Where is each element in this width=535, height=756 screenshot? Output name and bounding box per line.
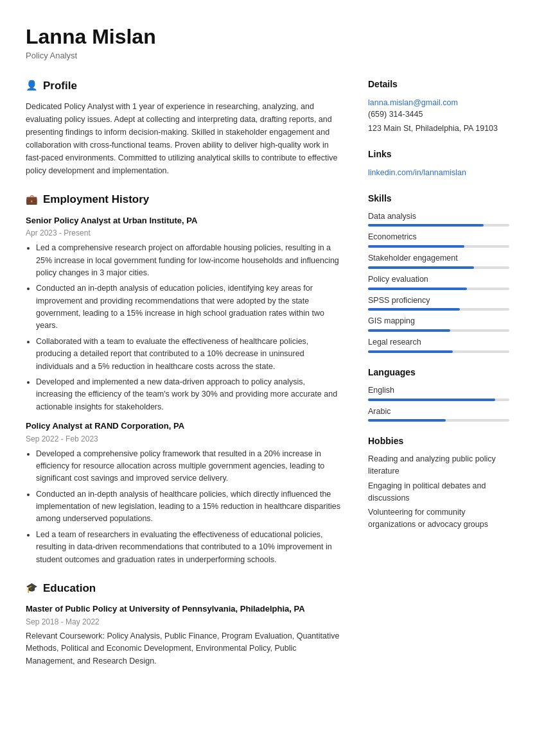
- skills-section: Skills Data analysis Econometrics Stakeh…: [368, 192, 509, 353]
- right-column: Details lanna.mislan@gmail.com (659) 314…: [368, 78, 509, 730]
- lang-english: English: [368, 384, 509, 401]
- details-title: Details: [368, 78, 509, 91]
- job-2-title: Policy Analyst at RAND Corporation, PA: [26, 420, 342, 433]
- email-link[interactable]: lanna.mislan@gmail.com: [368, 98, 458, 107]
- education-section-title: 🎓 Education: [26, 580, 342, 597]
- candidate-name: Lanna Mislan: [26, 26, 509, 48]
- job-2-date: Sep 2022 - Feb 2023: [26, 433, 342, 445]
- links-title: Links: [368, 148, 509, 161]
- edu-1-text: Relevant Coursework: Policy Analysis, Pu…: [26, 630, 342, 667]
- hobbies-title: Hobbies: [368, 434, 509, 448]
- lang-arabic: Arabic: [368, 406, 509, 422]
- resume-page: Lanna Mislan Policy Analyst 👤 Profile De…: [0, 0, 535, 756]
- profile-section-title: 👤 Profile: [26, 78, 342, 94]
- education-icon: 🎓: [26, 581, 38, 596]
- job-1-title: Senior Policy Analyst at Urban Institute…: [26, 214, 342, 227]
- edu-1-title: Master of Public Policy at University of…: [26, 603, 342, 615]
- skill-data-analysis: Data analysis: [368, 210, 509, 227]
- linkedin-link[interactable]: linkedin.com/in/lannamislan: [368, 168, 466, 177]
- list-item: Led a team of researchers in evaluating …: [36, 529, 342, 566]
- left-column: 👤 Profile Dedicated Policy Analyst with …: [26, 78, 342, 730]
- employment-section-title: 💼 Employment History: [26, 191, 342, 208]
- job-1-date: Apr 2023 - Present: [26, 227, 342, 239]
- candidate-title: Policy Analyst: [26, 49, 509, 62]
- skill-legal: Legal research: [368, 336, 509, 353]
- edu-1: Master of Public Policy at University of…: [26, 603, 342, 667]
- hobby-2: Engaging in political debates and discus…: [368, 480, 509, 504]
- skill-spss: SPSS proficiency: [368, 295, 509, 311]
- job-2: Policy Analyst at RAND Corporation, PA S…: [26, 420, 342, 566]
- skill-stakeholder: Stakeholder engagement: [368, 252, 509, 269]
- details-section: Details lanna.mislan@gmail.com (659) 314…: [368, 78, 509, 135]
- hobby-1: Reading and analyzing public policy lite…: [368, 453, 509, 477]
- job-2-bullets: Developed a comprehensive policy framewo…: [26, 448, 342, 566]
- profile-icon: 👤: [26, 78, 38, 93]
- address: 123 Main St, Philadelphia, PA 19103: [368, 123, 509, 135]
- languages-title: Languages: [368, 366, 509, 379]
- skills-title: Skills: [368, 192, 509, 205]
- list-item: Developed a comprehensive policy framewo…: [36, 448, 342, 485]
- hobbies-section: Hobbies Reading and analyzing public pol…: [368, 434, 509, 531]
- edu-1-date: Sep 2018 - May 2022: [26, 616, 342, 628]
- skill-gis: GIS mapping: [368, 315, 509, 332]
- profile-section: 👤 Profile Dedicated Policy Analyst with …: [26, 78, 342, 178]
- list-item: Conducted an in-depth analysis of health…: [36, 488, 342, 526]
- skill-policy-eval: Policy evaluation: [368, 273, 509, 290]
- employment-section: 💼 Employment History Senior Policy Analy…: [26, 191, 342, 566]
- skill-econometrics: Econometrics: [368, 231, 509, 248]
- links-section: Links linkedin.com/in/lannamislan: [368, 148, 509, 179]
- main-layout: 👤 Profile Dedicated Policy Analyst with …: [26, 78, 509, 730]
- list-item: Developed and implemented a new data-dri…: [36, 376, 342, 413]
- list-item: Led a comprehensive research project on …: [36, 242, 342, 279]
- profile-text: Dedicated Policy Analyst with 1 year of …: [26, 100, 342, 177]
- employment-icon: 💼: [26, 193, 38, 207]
- phone: (659) 314-3445: [368, 108, 509, 121]
- list-item: Collaborated with a team to evaluate the…: [36, 336, 342, 373]
- education-section: 🎓 Education Master of Public Policy at U…: [26, 580, 342, 667]
- languages-section: Languages English Arabic: [368, 366, 509, 422]
- job-1-bullets: Led a comprehensive research project on …: [26, 242, 342, 413]
- hobby-3: Volunteering for community organizations…: [368, 506, 509, 531]
- job-1: Senior Policy Analyst at Urban Institute…: [26, 214, 342, 413]
- list-item: Conducted an in-depth analysis of educat…: [36, 282, 342, 332]
- header: Lanna Mislan Policy Analyst: [26, 26, 509, 62]
